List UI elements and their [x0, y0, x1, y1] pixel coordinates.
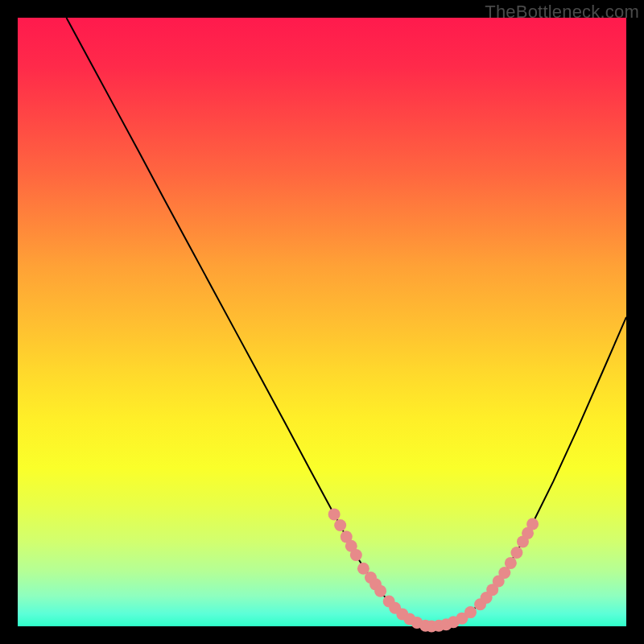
data-marker: [510, 547, 522, 559]
data-marker: [505, 557, 517, 569]
data-marker: [350, 549, 362, 561]
chart-svg: [18, 18, 626, 626]
data-marker: [526, 518, 539, 530]
data-marker: [334, 519, 346, 531]
marker-group: [328, 508, 539, 632]
data-marker: [464, 606, 477, 618]
data-marker: [328, 508, 341, 520]
data-marker: [374, 585, 386, 597]
